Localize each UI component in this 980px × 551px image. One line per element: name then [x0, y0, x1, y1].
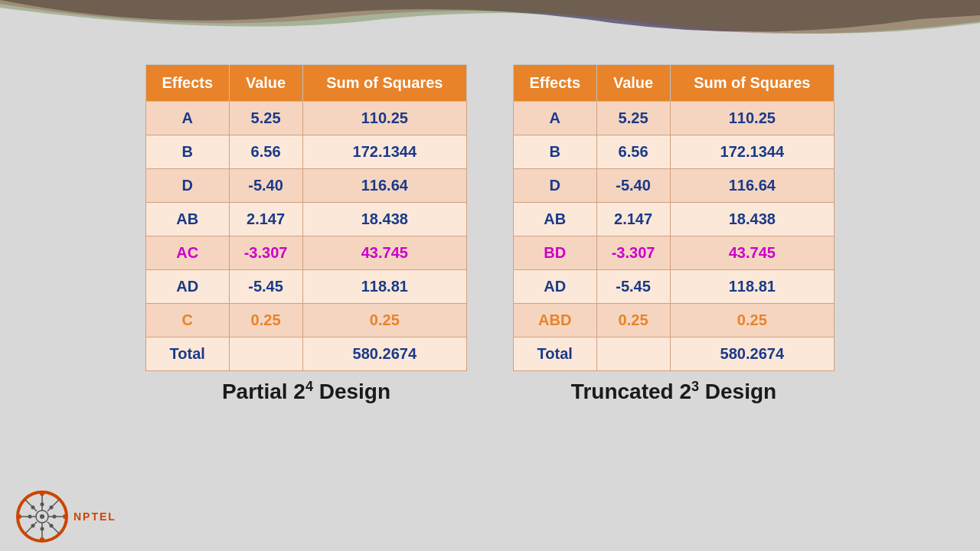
right-table-label: Truncated 23 Design: [571, 379, 776, 404]
svg-line-6: [25, 500, 37, 511]
value-cell: -5.45: [229, 270, 302, 304]
value-cell: 6.56: [229, 135, 302, 169]
effect-cell: AB: [514, 203, 597, 236]
left-label-text: Partial 24 Design: [222, 380, 390, 403]
ss-cell: 43.745: [302, 236, 466, 270]
effect-cell: C: [146, 304, 230, 337]
svg-point-16: [50, 524, 54, 528]
ss-cell: 110.25: [302, 102, 466, 135]
ss-cell: 172.1344: [670, 135, 834, 169]
effect-cell: A: [514, 102, 597, 135]
right-table-section: Effects Value Sum of Squares A5.25110.25…: [513, 64, 835, 404]
ss-cell: 172.1344: [302, 135, 466, 169]
table-row: Total580.2674: [514, 337, 835, 371]
right-table: Effects Value Sum of Squares A5.25110.25…: [513, 64, 835, 371]
svg-point-12: [41, 527, 44, 531]
svg-point-13: [28, 515, 32, 519]
svg-point-21: [17, 514, 21, 519]
table-row: AD-5.45118.81: [514, 270, 835, 304]
ss-cell: 116.64: [670, 169, 834, 203]
effect-cell: AC: [146, 236, 230, 270]
ss-cell: 18.438: [670, 203, 834, 236]
ss-cell: 118.81: [302, 270, 466, 304]
effect-cell: A: [146, 102, 230, 135]
table-row: A5.25110.25: [514, 102, 835, 135]
value-cell: -5.40: [229, 169, 302, 203]
ss-cell: 580.2674: [302, 337, 466, 371]
effect-cell: AB: [146, 203, 230, 236]
main-content: Effects Value Sum of Squares A5.25110.25…: [0, 0, 980, 404]
table-row: AD-5.45118.81: [146, 270, 467, 304]
table-row: AC-3.30743.745: [146, 236, 467, 270]
tables-container: Effects Value Sum of Squares A5.25110.25…: [145, 64, 835, 404]
effect-cell: D: [514, 169, 597, 203]
left-table: Effects Value Sum of Squares A5.25110.25…: [145, 64, 467, 371]
value-cell: 0.25: [229, 304, 302, 337]
table-row: BD-3.30743.745: [514, 236, 835, 270]
right-header-ss: Sum of Squares: [670, 65, 834, 102]
effect-cell: BD: [514, 236, 597, 270]
table-row: B6.56172.1344: [514, 135, 835, 169]
svg-point-18: [31, 524, 35, 528]
effect-cell: Total: [514, 337, 597, 371]
right-header-effects: Effects: [514, 65, 597, 102]
svg-point-10: [40, 514, 44, 519]
left-table-section: Effects Value Sum of Squares A5.25110.25…: [145, 64, 467, 404]
svg-line-9: [25, 522, 37, 533]
value-cell: 5.25: [229, 102, 302, 135]
value-cell: 6.56: [596, 135, 670, 169]
effect-cell: ABD: [514, 304, 597, 337]
effect-cell: AD: [514, 270, 597, 304]
ss-cell: 43.745: [670, 236, 834, 270]
value-cell: -5.45: [596, 270, 670, 304]
left-header-value: Value: [229, 65, 302, 102]
table-row: D-5.40116.64: [146, 169, 467, 203]
ss-cell: 116.64: [302, 169, 466, 203]
table-row: AB2.14718.438: [514, 203, 835, 236]
right-label-text: Truncated 23 Design: [571, 380, 776, 403]
nptel-brand-text: NPTEL: [74, 510, 116, 523]
table-row: AB2.14718.438: [146, 203, 467, 236]
effect-cell: B: [514, 135, 597, 169]
value-cell: [596, 337, 670, 371]
value-cell: -5.40: [596, 169, 670, 203]
nptel-logo-icon: [15, 490, 69, 543]
value-cell: [229, 337, 302, 371]
table-row: C0.250.25: [146, 304, 467, 337]
ss-cell: 110.25: [670, 102, 834, 135]
effect-cell: AD: [146, 270, 230, 304]
svg-point-17: [50, 506, 54, 510]
table-row: B6.56172.1344: [146, 135, 467, 169]
svg-point-11: [41, 503, 44, 507]
value-cell: 0.25: [596, 304, 670, 337]
effect-cell: B: [146, 135, 230, 169]
value-cell: 5.25: [596, 102, 670, 135]
table-row: Total580.2674: [146, 337, 467, 371]
svg-point-19: [40, 491, 44, 496]
effect-cell: Total: [146, 337, 230, 371]
left-header-ss: Sum of Squares: [302, 65, 466, 102]
svg-line-7: [47, 522, 59, 533]
table-row: D-5.40116.64: [514, 169, 835, 203]
ss-cell: 0.25: [670, 304, 834, 337]
ss-cell: 118.81: [670, 270, 834, 304]
left-header-effects: Effects: [146, 65, 230, 102]
value-cell: 2.147: [596, 203, 670, 236]
svg-point-20: [40, 537, 44, 542]
left-table-label: Partial 24 Design: [222, 379, 390, 404]
effect-cell: D: [146, 169, 230, 203]
value-cell: -3.307: [596, 236, 670, 270]
right-header-value: Value: [596, 65, 670, 102]
ss-cell: 0.25: [302, 304, 466, 337]
nptel-logo: NPTEL: [15, 490, 116, 543]
value-cell: -3.307: [229, 236, 302, 270]
svg-point-14: [53, 515, 57, 519]
ss-cell: 580.2674: [670, 337, 834, 371]
value-cell: 2.147: [229, 203, 302, 236]
svg-point-22: [63, 514, 67, 519]
table-row: A5.25110.25: [146, 102, 467, 135]
svg-point-15: [31, 506, 35, 510]
ss-cell: 18.438: [302, 203, 466, 236]
svg-line-8: [47, 500, 59, 511]
table-row: ABD0.250.25: [514, 304, 835, 337]
